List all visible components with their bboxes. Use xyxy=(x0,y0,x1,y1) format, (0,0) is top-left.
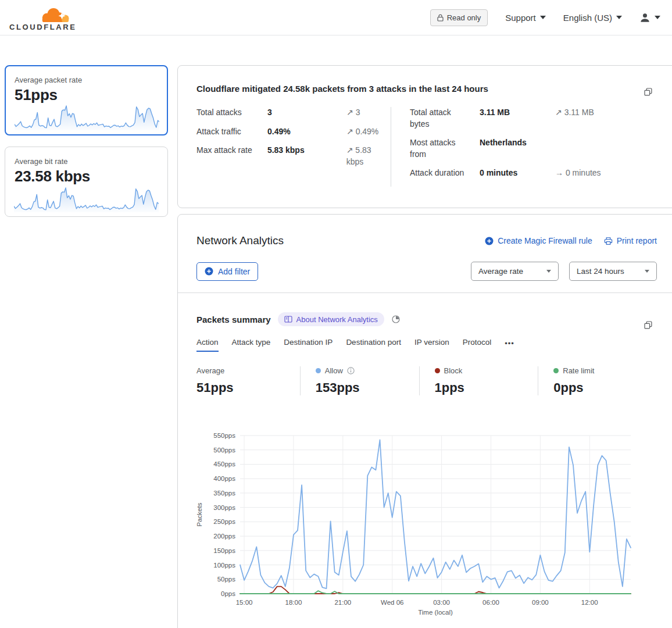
user-menu[interactable] xyxy=(639,12,660,23)
card-average-bit-rate[interactable]: Average bit rate 23.58 kbps xyxy=(5,147,168,217)
allow-series-dot xyxy=(316,368,321,373)
lock-icon xyxy=(437,14,444,22)
network-analytics-title: Network Analytics xyxy=(196,234,284,247)
svg-text:300pps: 300pps xyxy=(213,504,235,511)
chevron-down-icon xyxy=(616,16,622,19)
printer-icon xyxy=(604,237,613,245)
create-magic-firewall-rule-link[interactable]: Create Magic Firewall rule xyxy=(485,236,592,245)
data-freshness-icon[interactable] xyxy=(391,315,401,324)
support-label: Support xyxy=(505,13,536,23)
tab-ip-version[interactable]: IP version xyxy=(414,338,449,352)
stat-value: 0pps xyxy=(553,380,657,395)
stat-value: 5.83 kbps xyxy=(267,145,346,156)
attack-summary-title: Cloudflare mitigated 24.58k packets from… xyxy=(178,66,672,94)
stat-allow: Allow 153pps xyxy=(300,366,419,395)
svg-text:03:00: 03:00 xyxy=(433,599,450,606)
stat-label: Max attack rate xyxy=(196,145,267,156)
bit-rate-sparkline xyxy=(14,185,159,212)
packets-time-series-chart: 0pps50pps100pps150pps200pps250pps300pps3… xyxy=(195,428,637,621)
cloudflare-logo[interactable]: CLOUDFLARE xyxy=(9,3,74,31)
svg-text:18:00: 18:00 xyxy=(285,599,302,606)
stat-row-attack-traffic: Attack traffic 0.49% ↗ 0.49% xyxy=(196,126,391,138)
time-range-select[interactable]: Last 24 hours xyxy=(569,262,657,281)
user-icon xyxy=(639,12,650,23)
language-label: English (US) xyxy=(563,13,612,23)
svg-text:150pps: 150pps xyxy=(213,547,235,554)
stat-label: Attack duration xyxy=(410,167,480,179)
svg-text:12:00: 12:00 xyxy=(581,599,598,606)
read-only-badge: Read only xyxy=(430,9,488,26)
stat-row-max-attack-rate: Max attack rate 5.83 kbps ↗ 5.83 kbps xyxy=(196,145,391,167)
stat-change: → 0 minutes xyxy=(555,167,601,179)
stat-value: 153pps xyxy=(316,380,419,395)
packets-legend-stats: Average 51pps Allow 153pps Block 1pps xyxy=(178,366,672,395)
plus-circle-icon xyxy=(205,267,213,276)
stat-change: ↗ 3 xyxy=(346,107,360,119)
svg-text:Time (local): Time (local) xyxy=(418,609,453,616)
tab-action[interactable]: Action xyxy=(196,338,219,352)
copy-icon[interactable] xyxy=(643,87,653,99)
svg-text:15:00: 15:00 xyxy=(236,599,253,606)
metric-select-value: Average rate xyxy=(478,267,523,276)
attack-summary-panel: Cloudflare mitigated 24.58k packets from… xyxy=(177,65,672,208)
packets-summary-title: Packets summary xyxy=(196,315,271,324)
chevron-down-icon xyxy=(540,16,546,19)
stat-row-most-attacks-from: Most attacks from Netherlands xyxy=(410,137,646,160)
card-label: Average bit rate xyxy=(15,157,158,166)
svg-text:500pps: 500pps xyxy=(213,447,235,454)
svg-text:350pps: 350pps xyxy=(213,490,235,497)
stat-label: Total attack bytes xyxy=(410,107,480,130)
svg-text:200pps: 200pps xyxy=(213,533,235,540)
top-navigation-bar: CLOUDFLARE Read only Support English (US… xyxy=(0,0,672,35)
support-menu[interactable]: Support xyxy=(505,13,546,23)
metric-select[interactable]: Average rate xyxy=(471,262,559,281)
rate-limit-series-dot xyxy=(553,368,559,373)
more-tabs-button[interactable]: ••• xyxy=(505,339,514,352)
chevron-down-icon xyxy=(655,16,660,19)
trend-arrow-icon: → xyxy=(555,168,563,177)
block-series-dot xyxy=(435,368,440,373)
stat-row-total-attack-bytes: Total attack bytes 3.11 MB ↗ 3.11 MB xyxy=(410,107,646,130)
stat-value: 0 minutes xyxy=(480,167,555,179)
svg-text:550pps: 550pps xyxy=(213,432,235,439)
card-average-packet-rate[interactable]: Average packet rate 51pps xyxy=(5,65,168,135)
stat-average: Average 51pps xyxy=(196,366,300,395)
svg-text:Packets: Packets xyxy=(196,502,203,526)
trend-arrow-icon: ↗ xyxy=(346,145,353,155)
stat-row-attack-duration: Attack duration 0 minutes → 0 minutes xyxy=(410,167,646,179)
trend-arrow-icon: ↗ xyxy=(346,108,353,117)
stat-value: 0.49% xyxy=(267,126,346,138)
card-label: Average packet rate xyxy=(15,76,158,84)
packets-summary-tabs: Action Attack type Destination IP Destin… xyxy=(178,338,672,352)
svg-text:400pps: 400pps xyxy=(213,475,235,482)
packet-rate-sparkline xyxy=(15,104,159,130)
time-range-select-value: Last 24 hours xyxy=(577,267,624,276)
copy-icon[interactable] xyxy=(643,320,653,332)
language-menu[interactable]: English (US) xyxy=(563,13,622,23)
tab-destination-ip[interactable]: Destination IP xyxy=(284,338,333,352)
stat-change: ↗ 3.11 MB xyxy=(555,107,594,119)
stat-label: Allow xyxy=(325,366,343,375)
stat-value: 3.11 MB xyxy=(480,107,555,119)
tab-destination-port[interactable]: Destination port xyxy=(346,338,401,352)
stat-change: ↗ 0.49% xyxy=(346,126,378,138)
card-value: 23.58 kbps xyxy=(15,167,158,185)
cloudflare-wordmark: CLOUDFLARE xyxy=(9,23,74,31)
svg-text:50pps: 50pps xyxy=(217,576,236,583)
stat-block: Block 1pps xyxy=(419,366,538,395)
stat-label: Average xyxy=(196,366,224,375)
trend-arrow-icon: ↗ xyxy=(555,108,562,117)
card-value: 51pps xyxy=(15,86,158,104)
stat-label: Block xyxy=(444,366,463,375)
info-icon[interactable] xyxy=(347,367,355,374)
attack-stats-left: Total attacks 3 ↗ 3 Attack traffic 0.49%… xyxy=(196,107,391,175)
stat-value: 51pps xyxy=(196,380,300,395)
svg-text:09:00: 09:00 xyxy=(532,599,549,606)
plus-circle-icon xyxy=(485,237,494,245)
read-only-label: Read only xyxy=(447,13,481,22)
tab-attack-type[interactable]: Attack type xyxy=(232,338,271,352)
print-report-link[interactable]: Print report xyxy=(604,236,657,245)
add-filter-button[interactable]: Add filter xyxy=(196,262,258,281)
about-network-analytics-pill[interactable]: About Network Analytics xyxy=(278,312,384,326)
tab-protocol[interactable]: Protocol xyxy=(463,338,492,352)
